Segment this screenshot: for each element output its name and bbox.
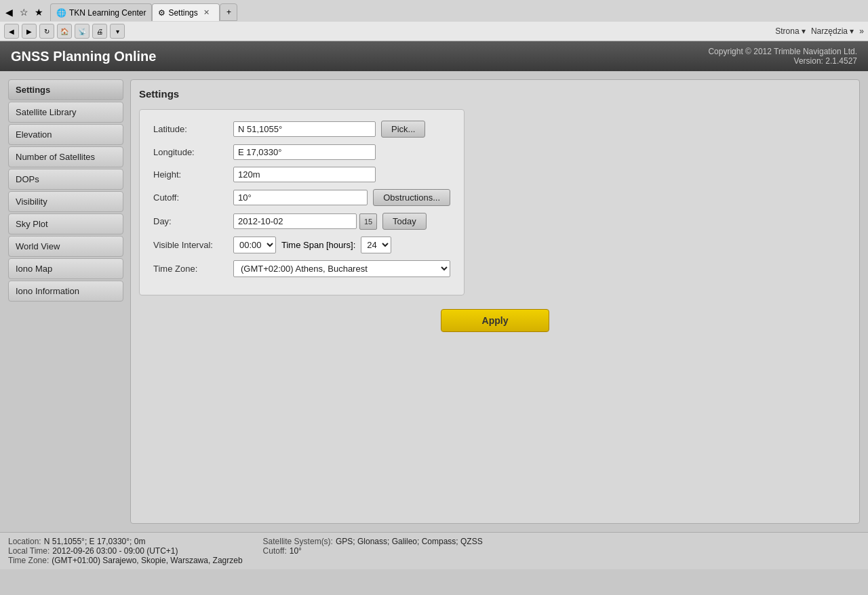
tab-settings-icon: ⚙	[158, 8, 165, 18]
tab-bar: ◀ ☆ ★ 🌐 TKN Learning Center ⚙ Settings ✕…	[0, 0, 868, 22]
nav-dropdown-button[interactable]: ▾	[110, 24, 125, 39]
tab-settings-close[interactable]: ✕	[203, 8, 210, 17]
status-cutoff-value: 10°	[290, 546, 302, 556]
status-satellite-value: GPS; Glonass; Galileo; Compass; QZSS	[336, 537, 483, 546]
sidebar: Settings Satellite Library Elevation Num…	[8, 79, 123, 524]
tab-tkn[interactable]: 🌐 TKN Learning Center	[50, 3, 152, 21]
timespan-select[interactable]: 1 6 12 24	[361, 237, 391, 253]
obstructions-button[interactable]: Obstructions...	[373, 189, 450, 206]
tab-tkn-label: TKN Learning Center	[69, 8, 146, 18]
tab-tkn-icon: 🌐	[56, 8, 66, 18]
main-layout: Settings Satellite Library Elevation Num…	[0, 71, 868, 532]
nav-print-button[interactable]: 🖨	[92, 24, 107, 39]
time-span-label: Time Span [hours]:	[281, 240, 355, 250]
timezone-label: Time Zone:	[153, 264, 228, 274]
sidebar-item-elevation[interactable]: Elevation	[8, 124, 123, 145]
height-label: Height:	[153, 169, 228, 180]
panel-title: Settings	[139, 88, 851, 100]
height-row: Height:	[153, 167, 450, 182]
app-title: GNSS Planning Online	[11, 49, 156, 64]
visible-interval-row: Visible Interval: 00:00 00:30 01:00 Time…	[153, 237, 450, 253]
sidebar-item-world-view[interactable]: World View	[8, 236, 123, 257]
apply-row: Apply	[139, 309, 851, 332]
latitude-label: Latitude:	[153, 124, 228, 134]
nav-forward-button[interactable]: ▶	[22, 24, 37, 39]
calendar-button[interactable]: 15	[359, 213, 377, 230]
day-input-group: 15	[233, 213, 377, 230]
status-timezone-value: (GMT+01:00) Sarajewo, Skopie, Warszawa, …	[52, 556, 242, 565]
status-cutoff-row: Cutoff: 10°	[263, 546, 860, 556]
status-satellite-label: Satellite System(s):	[263, 537, 333, 546]
status-location-row: Location: N 51,1055°; E 17,0330°; 0m	[8, 537, 243, 546]
timezone-select[interactable]: (GMT+02:00) Athens, Bucharest (GMT+01:00…	[233, 260, 450, 277]
nav-refresh-button[interactable]: ↻	[39, 24, 54, 39]
nav-rss-button[interactable]: 📡	[75, 24, 90, 39]
browser-nav-icons: ◀ ☆ ★	[3, 6, 45, 18]
content-panel: Settings Latitude: Pick... Longitude: He…	[130, 79, 860, 524]
tab-settings-label: Settings	[168, 8, 197, 18]
day-input[interactable]	[233, 213, 357, 229]
tab-settings[interactable]: ⚙ Settings ✕	[152, 3, 220, 21]
status-cutoff-label: Cutoff:	[263, 546, 287, 556]
height-input[interactable]	[233, 167, 376, 182]
narzedzia-menu[interactable]: Narzędzia ▾	[811, 26, 854, 36]
nav-home-button[interactable]: 🏠	[57, 24, 72, 39]
timezone-row: Time Zone: (GMT+02:00) Athens, Bucharest…	[153, 260, 450, 277]
app-version: Version: 2.1.4527	[708, 56, 857, 66]
visible-interval-label: Visible Interval:	[153, 240, 228, 250]
cutoff-input[interactable]	[233, 190, 368, 205]
sidebar-item-number-of-satellites[interactable]: Number of Satellites	[8, 146, 123, 167]
sidebar-item-visibility[interactable]: Visibility	[8, 191, 123, 212]
status-local-time-row: Local Time: 2012-09-26 03:00 - 09:00 (UT…	[8, 546, 243, 556]
nav-back-button[interactable]: ◀	[4, 24, 19, 39]
sidebar-item-settings[interactable]: Settings	[8, 79, 123, 100]
star-icon[interactable]: ☆	[18, 6, 30, 18]
calendar-icon: 15	[364, 218, 372, 226]
browser-chrome: ◀ ☆ ★ 🌐 TKN Learning Center ⚙ Settings ✕…	[0, 0, 868, 41]
longitude-row: Longitude:	[153, 144, 450, 160]
sidebar-item-iono-information[interactable]: Iono Information	[8, 281, 123, 302]
back-icon[interactable]: ◀	[3, 6, 15, 18]
browser-right-tools: Strona ▾ Narzędzia ▾ »	[775, 26, 864, 36]
status-satellite-row: Satellite System(s): GPS; Glonass; Galil…	[263, 537, 860, 546]
apply-button[interactable]: Apply	[441, 309, 550, 332]
status-location-label: Location:	[8, 537, 41, 546]
add-tab-icon: +	[226, 7, 231, 17]
cutoff-row: Cutoff: Obstructions...	[153, 189, 450, 206]
status-timezone-label: Time Zone:	[8, 556, 49, 565]
status-location-value: N 51,1055°; E 17,0330°; 0m	[44, 537, 146, 546]
star-filled-icon[interactable]: ★	[33, 6, 45, 18]
sidebar-item-dops[interactable]: DOPs	[8, 169, 123, 190]
interval-select[interactable]: 00:00 00:30 01:00	[233, 237, 276, 253]
latitude-row: Latitude: Pick...	[153, 121, 450, 138]
day-label: Day:	[153, 216, 228, 226]
status-local-time-label: Local Time:	[8, 546, 50, 556]
longitude-label: Longitude:	[153, 147, 228, 157]
cutoff-label: Cutoff:	[153, 192, 228, 203]
sidebar-item-satellite-library[interactable]: Satellite Library	[8, 102, 123, 123]
sidebar-item-iono-map[interactable]: Iono Map	[8, 258, 123, 279]
status-local-time-value: 2012-09-26 03:00 - 09:00 (UTC+1)	[52, 546, 178, 556]
address-bar: ◀ ▶ ↻ 🏠 📡 🖨 ▾ Strona ▾ Narzędzia ▾ »	[0, 22, 868, 41]
sidebar-item-sky-plot[interactable]: Sky Plot	[8, 213, 123, 234]
status-right: Satellite System(s): GPS; Glonass; Galil…	[263, 537, 860, 565]
app-copyright: Copyright © 2012 Trimble Navigation Ltd.	[708, 47, 857, 56]
add-tab-button[interactable]: +	[220, 3, 237, 21]
interval-controls: 00:00 00:30 01:00 Time Span [hours]: 1 6…	[233, 237, 391, 253]
status-timezone-row: Time Zone: (GMT+01:00) Sarajewo, Skopie,…	[8, 556, 243, 565]
status-bar: Location: N 51,1055°; E 17,0330°; 0m Loc…	[0, 532, 868, 569]
app-header: GNSS Planning Online Copyright © 2012 Tr…	[0, 41, 868, 71]
app-container: GNSS Planning Online Copyright © 2012 Tr…	[0, 41, 868, 595]
latitude-input[interactable]	[233, 121, 376, 137]
app-version-block: Copyright © 2012 Trimble Navigation Ltd.…	[708, 47, 857, 66]
strona-menu[interactable]: Strona ▾	[775, 26, 806, 36]
day-row: Day: 15 Today	[153, 213, 450, 230]
status-left: Location: N 51,1055°; E 17,0330°; 0m Loc…	[8, 537, 243, 565]
longitude-input[interactable]	[233, 144, 376, 160]
pick-button[interactable]: Pick...	[381, 121, 425, 138]
today-button[interactable]: Today	[382, 213, 427, 230]
more-tools-icon[interactable]: »	[859, 26, 864, 36]
settings-box: Latitude: Pick... Longitude: Height: Cut…	[139, 109, 465, 295]
